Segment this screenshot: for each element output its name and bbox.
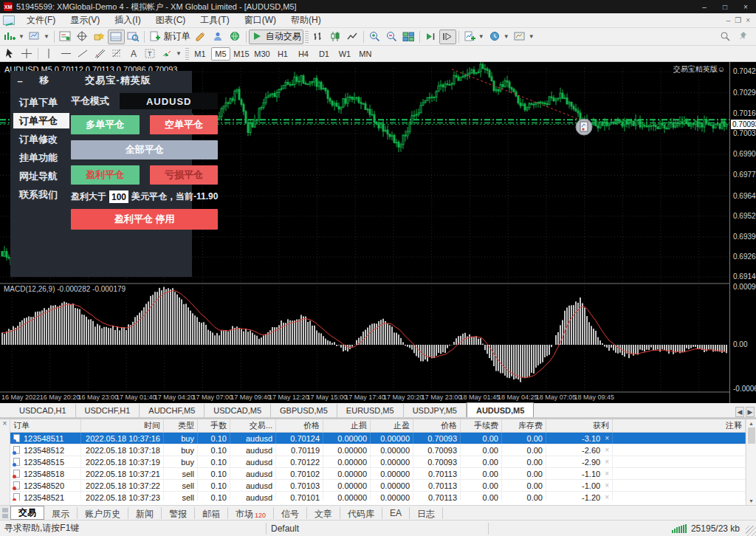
- terminal-tab-信号[interactable]: 信号: [274, 507, 307, 519]
- zoom-out-button[interactable]: [383, 30, 400, 44]
- market-watch-button[interactable]: [57, 30, 74, 44]
- terminal-scrollbar[interactable]: ▲ ▼: [746, 419, 756, 505]
- terminal-tab-日志[interactable]: 日志: [410, 507, 443, 519]
- timeframe-MN[interactable]: MN: [356, 47, 375, 61]
- navigator-button[interactable]: [91, 30, 108, 44]
- column-header-价格[interactable]: 价格: [413, 419, 461, 432]
- panel-nav-挂单功能[interactable]: 挂单功能: [18, 150, 69, 165]
- close-button[interactable]: ×: [735, 0, 756, 13]
- data-window-button[interactable]: [74, 30, 91, 44]
- child-minimize-button[interactable]: –: [726, 16, 731, 24]
- toolbar-grip[interactable]: [305, 31, 309, 43]
- zoom-in-button[interactable]: [366, 30, 383, 44]
- minimize-button[interactable]: –: [694, 0, 715, 13]
- column-header-获利[interactable]: 获利: [546, 419, 613, 432]
- expert-advisors-button[interactable]: [210, 30, 227, 44]
- chart-window-icon[interactable]: [3, 16, 15, 25]
- close-order-icon[interactable]: ×: [605, 493, 609, 501]
- menu-item-帮助(H)[interactable]: 帮助(H): [284, 13, 329, 28]
- label-tool[interactable]: T: [142, 47, 159, 61]
- close-order-icon[interactable]: ×: [605, 481, 609, 489]
- scroll-down-icon[interactable]: ▼: [749, 498, 754, 504]
- child-close-button[interactable]: ×: [746, 16, 750, 24]
- profit-threshold-input[interactable]: [109, 190, 128, 203]
- terminal-tab-展示[interactable]: 展示: [44, 507, 78, 519]
- column-header-时间[interactable]: 时间: [81, 419, 164, 432]
- chart-tab-USDCAD,H1[interactable]: USDCAD,H1: [10, 404, 76, 417]
- order-row[interactable]: 1235485202022.05.18 10:37:22sell0.10audu…: [10, 480, 746, 492]
- horizontal-line-tool[interactable]: [58, 47, 75, 61]
- new-chart-button[interactable]: ▼: [1, 30, 27, 44]
- sounds-button[interactable]: [227, 30, 244, 44]
- arrows-tool[interactable]: ▼: [159, 47, 184, 61]
- child-restore-button[interactable]: ❐: [735, 16, 741, 24]
- templates-button[interactable]: ▼: [512, 30, 537, 44]
- close-all-button[interactable]: 全部平仓: [71, 140, 218, 159]
- metaeditor-button[interactable]: [193, 30, 210, 44]
- bar-chart-button[interactable]: [310, 30, 327, 44]
- new-order-button[interactable]: 新订单: [147, 30, 193, 44]
- close-long-button[interactable]: 多单平仓: [71, 115, 140, 134]
- tabs-scroll-right-button[interactable]: ▶: [746, 407, 755, 417]
- crosshair-tool-button[interactable]: [18, 47, 35, 61]
- panel-nav-订单平仓[interactable]: 订单平仓: [13, 113, 69, 128]
- order-row[interactable]: 1235485112022.05.18 10:37:16buy0.10audus…: [10, 433, 746, 444]
- vertical-line-tool[interactable]: [41, 47, 58, 61]
- terminal-tab-代码库[interactable]: 代码库: [340, 507, 382, 519]
- terminal-close-button[interactable]: ×: [3, 419, 7, 427]
- timeframe-W1[interactable]: W1: [335, 47, 354, 61]
- timeframe-H4[interactable]: H4: [294, 47, 313, 61]
- chart-tab-AUDUSD,M5[interactable]: AUDUSD,M5: [467, 402, 534, 417]
- candlestick-button[interactable]: [327, 30, 344, 44]
- terminal-toggle-button[interactable]: [108, 30, 125, 44]
- close-order-icon[interactable]: ×: [605, 446, 609, 454]
- indicators-button[interactable]: ▼: [461, 30, 487, 44]
- scroll-up-icon[interactable]: ▲: [749, 421, 754, 426]
- timeframe-M1[interactable]: M1: [190, 47, 210, 61]
- close-profit-button[interactable]: 盈利平仓: [71, 165, 140, 185]
- timeframe-D1[interactable]: D1: [315, 47, 334, 61]
- order-row[interactable]: 1235485212022.05.18 10:37:23sell0.10audu…: [10, 492, 746, 501]
- terminal-tab-市场[interactable]: 市场120: [228, 507, 274, 519]
- scrollbar-thumb[interactable]: [748, 427, 755, 444]
- terminal-tab-警报[interactable]: 警报: [162, 507, 195, 519]
- timeframe-M5[interactable]: M5: [211, 47, 230, 61]
- column-header-类型[interactable]: 类型: [164, 419, 198, 432]
- menu-item-图表(C)[interactable]: 图表(C): [148, 13, 193, 28]
- chart-tab-USDCAD,M5[interactable]: USDCAD,M5: [205, 404, 271, 417]
- chart-tab-USDCHF,H1[interactable]: USDCHF,H1: [76, 404, 140, 417]
- menu-item-窗口(W)[interactable]: 窗口(W): [237, 13, 284, 28]
- channel-tool[interactable]: [92, 47, 109, 61]
- fibonacci-tool[interactable]: [109, 47, 126, 61]
- panel-collapse-button[interactable]: –: [10, 75, 30, 86]
- cursor-tool-button[interactable]: [1, 47, 18, 61]
- toolbar-grip[interactable]: [185, 48, 189, 60]
- strategy-tester-button[interactable]: [125, 30, 142, 44]
- maximize-button[interactable]: □: [715, 0, 735, 13]
- column-header-止损[interactable]: 止损: [323, 419, 371, 432]
- status-profile[interactable]: Default: [267, 523, 488, 534]
- column-header-手数[interactable]: 手数: [198, 419, 230, 432]
- timeframe-H1[interactable]: H1: [273, 47, 292, 61]
- line-chart-button[interactable]: [344, 30, 361, 44]
- order-row[interactable]: 1235485122022.05.18 10:37:18buy0.10audus…: [10, 444, 746, 456]
- terminal-tab-交易[interactable]: 交易: [10, 506, 44, 520]
- search-icon[interactable]: [719, 31, 732, 42]
- column-header-注释[interactable]: 注释: [613, 419, 746, 432]
- close-order-icon[interactable]: ×: [605, 434, 609, 442]
- tabs-scroll-left-button[interactable]: ◀: [735, 407, 744, 417]
- timeframe-M30[interactable]: M30: [252, 47, 272, 61]
- column-header-库存费[interactable]: 库存费: [502, 419, 546, 432]
- chart-tab-USDJPY,M5[interactable]: USDJPY,M5: [404, 404, 467, 417]
- menu-item-插入(I)[interactable]: 插入(I): [107, 13, 148, 28]
- terminal-tab-新闻[interactable]: 新闻: [128, 507, 162, 519]
- chart-tab-EURUSD,M5[interactable]: EURUSD,M5: [337, 404, 404, 417]
- panel-nav-联系我们[interactable]: 联系我们: [18, 187, 69, 202]
- menu-item-工具(T)[interactable]: 工具(T): [193, 13, 236, 28]
- column-header-价格[interactable]: 价格: [276, 419, 323, 432]
- terminal-tab-文章[interactable]: 文章: [307, 507, 340, 519]
- terminal-tab-账户历史[interactable]: 账户历史: [78, 507, 128, 519]
- menu-item-文件(F)[interactable]: 文件(F): [19, 13, 63, 28]
- profit-close-toggle-button[interactable]: 盈利平仓 停用: [71, 209, 218, 230]
- chart-tab-AUDCHF,M5[interactable]: AUDCHF,M5: [140, 404, 205, 417]
